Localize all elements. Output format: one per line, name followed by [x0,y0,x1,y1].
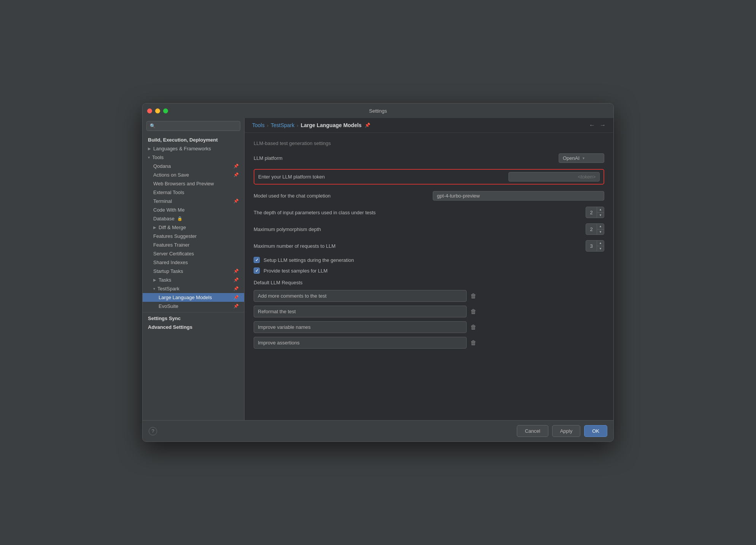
sidebar-label: Actions on Save [153,172,189,178]
pin-icon: 📌 [233,269,239,274]
search-box[interactable]: 🔍 [146,121,240,131]
sidebar-item-external-tools[interactable]: External Tools [143,188,244,197]
sidebar-item-build-execution[interactable]: Build, Execution, Deployment [143,135,244,144]
polymorphism-spinner-control[interactable]: 2 ▲ ▼ [586,223,604,234]
sidebar-label: Advanced Settings [148,324,192,330]
default-requests-title: Default LLM Requests [254,280,604,285]
sidebar-item-features-suggester[interactable]: Features Suggester [143,232,244,241]
sidebar-item-settings-sync[interactable]: Settings Sync [143,314,244,323]
checkbox-setup-llm[interactable]: ✓ [254,257,260,263]
sidebar-label: Features Suggester [153,233,197,239]
request-input-0[interactable] [254,290,467,302]
sidebar-item-actions-on-save[interactable]: Actions on Save 📌 [143,171,244,179]
pin-icon: 📌 [233,172,239,177]
sidebar-label: Languages & Frameworks [153,146,211,151]
token-input[interactable] [508,172,600,182]
nav-back-button[interactable]: ← [589,122,595,129]
sidebar-item-languages[interactable]: ▶ Languages & Frameworks [143,144,244,153]
help-button[interactable]: ? [149,427,157,435]
section-subtitle: LLM-based test generation settings [254,140,604,146]
breadcrumb-testspark[interactable]: TestSpark [271,122,294,128]
llm-platform-control: OpenAI ▾ [559,153,604,163]
bottom-buttons: Cancel Apply OK [517,425,607,437]
sidebar: 🔍 Build, Execution, Deployment ▶ Languag… [143,118,245,420]
delete-request-0-button[interactable]: 🗑 [470,293,476,300]
checkmark-icon: ✓ [255,268,259,273]
sidebar-label: Build, Execution, Deployment [148,137,218,143]
apply-button[interactable]: Apply [552,425,581,437]
spinner-down-button[interactable]: ▼ [597,212,604,218]
sidebar-item-code-with-me[interactable]: Code With Me [143,206,244,214]
sidebar-item-server-certificates[interactable]: Server Certificates [143,249,244,258]
request-input-3[interactable] [254,337,467,349]
sidebar-item-startup-tasks[interactable]: Startup Tasks 📌 [143,267,244,276]
sidebar-item-database[interactable]: Database 🔒 [143,214,244,223]
sidebar-label: Tasks [159,277,171,283]
search-icon: 🔍 [150,123,156,129]
checkbox-provide-samples[interactable]: ✓ [254,268,260,274]
window-controls [147,108,168,113]
spinner-down-button[interactable]: ▼ [597,246,604,251]
llm-platform-row: LLM platform OpenAI ▾ [254,152,604,164]
sidebar-item-shared-indexes[interactable]: Shared Indexes [143,258,244,267]
sidebar-label: Qodana [153,163,171,169]
sidebar-item-evosuite[interactable]: EvoSuite 📌 [143,302,244,311]
delete-request-1-button[interactable]: 🗑 [470,308,476,315]
dropdown-value: OpenAI [563,155,580,161]
depth-spinner-control[interactable]: 2 ▲ ▼ [586,207,604,218]
sidebar-item-web-browsers[interactable]: Web Browsers and Preview [143,179,244,188]
checkmark-icon: ✓ [255,258,259,263]
chevron-right-icon: ▶ [153,278,156,282]
minimize-button[interactable] [155,108,160,113]
requests-spinner-control[interactable]: 3 ▲ ▼ [586,240,604,251]
sidebar-item-features-trainer[interactable]: Features Trainer [143,241,244,249]
llm-platform-label: LLM platform [254,155,559,161]
token-row: Enter your LLM platform token [254,169,604,185]
sidebar-item-large-language-models[interactable]: Large Language Models 📌 [143,293,244,302]
spinner-up-button[interactable]: ▲ [597,241,604,245]
model-input[interactable] [433,191,604,201]
chevron-down-icon: ▾ [148,155,150,159]
sidebar-label: Server Certificates [153,251,194,257]
model-label: Model used for the chat completion [254,193,425,199]
spinner-down-button[interactable]: ▼ [597,229,604,234]
nav-forward-button[interactable]: → [600,122,606,129]
polymorphism-spinner: 2 ▲ ▼ [586,223,604,234]
sidebar-item-terminal[interactable]: Terminal 📌 [143,197,244,206]
maximize-button[interactable] [163,108,168,113]
depth-label: The depth of input parameters used in cl… [254,210,586,215]
sidebar-label: Code With Me [153,207,184,213]
sidebar-item-tasks[interactable]: ▶ Tasks 📌 [143,276,244,284]
breadcrumb-pin-icon[interactable]: 📌 [365,123,370,128]
ok-button[interactable]: OK [584,425,607,437]
breadcrumb-sep-1: › [267,123,268,128]
delete-request-2-button[interactable]: 🗑 [470,324,476,331]
sidebar-item-tools[interactable]: ▾ Tools [143,153,244,162]
delete-request-3-button[interactable]: 🗑 [470,339,476,346]
token-label: Enter your LLM platform token [258,174,508,180]
close-button[interactable] [147,108,152,113]
breadcrumb-sep-2: › [297,123,298,128]
pin-icon: 📌 [233,304,239,309]
breadcrumb-tools[interactable]: Tools [252,122,265,128]
sidebar-label: Web Browsers and Preview [153,181,214,186]
cancel-button[interactable]: Cancel [517,425,548,437]
request-input-2[interactable] [254,321,467,333]
spinner-buttons: ▲ ▼ [597,224,604,234]
sidebar-label: Shared Indexes [153,260,188,265]
spinner-buttons: ▲ ▼ [597,207,604,217]
lock-icon: 🔒 [177,216,183,221]
breadcrumb-bar: Tools › TestSpark › Large Language Model… [245,118,613,133]
sidebar-item-diff-merge[interactable]: ▶ Diff & Merge [143,223,244,232]
llm-platform-dropdown[interactable]: OpenAI ▾ [559,153,604,163]
sidebar-item-advanced-settings[interactable]: Advanced Settings [143,323,244,331]
request-item-0: 🗑 [254,290,604,302]
chevron-right-icon: ▶ [153,225,156,229]
sidebar-item-testspark[interactable]: ▾ TestSpark 📌 [143,284,244,293]
spinner-up-button[interactable]: ▲ [597,224,604,229]
spinner-up-button[interactable]: ▲ [597,207,604,212]
sidebar-item-qodana[interactable]: Qodana 📌 [143,162,244,171]
polymorphism-row: Maximum polymorphism depth 2 ▲ ▼ [254,223,604,235]
main-content: 🔍 Build, Execution, Deployment ▶ Languag… [143,118,613,420]
request-input-1[interactable] [254,306,467,317]
